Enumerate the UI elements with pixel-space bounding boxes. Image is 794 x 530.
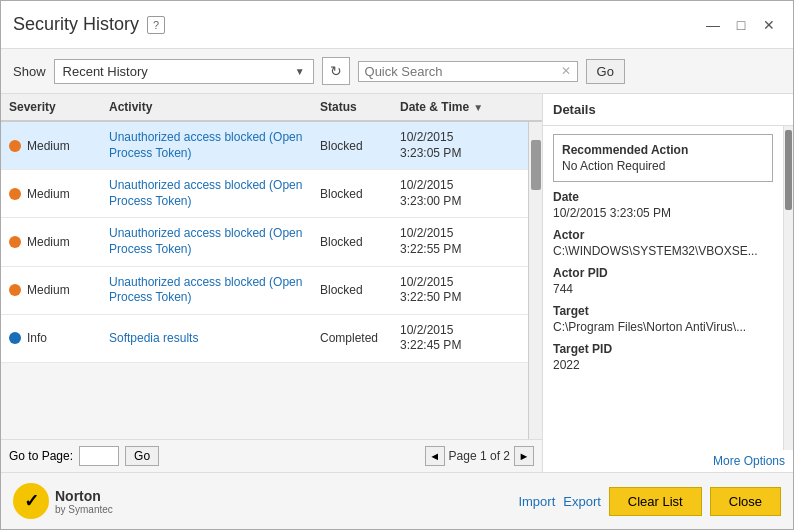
target-section: Target C:\Program Files\Norton AntiVirus… [553, 304, 773, 334]
right-panel: Details Recommended Action No Action Req… [543, 94, 793, 472]
norton-brand: Norton [55, 488, 113, 504]
clear-list-button[interactable]: Clear List [609, 487, 702, 516]
table-header: Severity Activity Status Date & Time ▼ [1, 94, 542, 122]
close-button[interactable]: ✕ [757, 15, 781, 35]
recommended-action-value: No Action Required [562, 159, 764, 173]
toolbar: Show Recent History ▼ ↻ ✕ Go [1, 49, 793, 94]
next-page-button[interactable]: ► [514, 446, 534, 466]
details-content: Recommended Action No Action Required Da… [543, 126, 783, 450]
severity-cell: Medium [9, 187, 109, 201]
help-icon[interactable]: ? [147, 16, 165, 34]
date-value: 10/2/2015 3:23:05 PM [553, 206, 773, 220]
severity-cell: Info [9, 331, 109, 345]
goto-go-button[interactable]: Go [125, 446, 159, 466]
date-label: Date [553, 190, 773, 204]
title-left: Security History ? [13, 14, 165, 35]
severity-label: Info [27, 331, 47, 345]
datetime-cell: 10/2/20153:22:50 PM [400, 275, 520, 306]
page-nav: ◄ Page 1 of 2 ► [425, 446, 534, 466]
datetime-cell: 10/2/20153:22:55 PM [400, 226, 520, 257]
target-pid-value: 2022 [553, 358, 773, 372]
search-input[interactable] [365, 64, 561, 79]
refresh-button[interactable]: ↻ [322, 57, 350, 85]
severity-label: Medium [27, 139, 70, 153]
actor-pid-label: Actor PID [553, 266, 773, 280]
details-scrollbar-thumb [785, 130, 792, 210]
recommended-action-label: Recommended Action [562, 143, 764, 157]
more-options-link[interactable]: More Options [543, 450, 793, 472]
title-bar: Security History ? — □ ✕ [1, 1, 793, 49]
severity-cell: Medium [9, 139, 109, 153]
severity-dot-orange [9, 236, 21, 248]
close-dialog-button[interactable]: Close [710, 487, 781, 516]
table-row[interactable]: Medium Unauthorized access blocked (Open… [1, 218, 528, 266]
maximize-button[interactable]: □ [729, 15, 753, 35]
activity-cell[interactable]: Unauthorized access blocked (Open Proces… [109, 130, 320, 161]
severity-dot-orange [9, 140, 21, 152]
severity-label: Medium [27, 283, 70, 297]
prev-page-button[interactable]: ◄ [425, 446, 445, 466]
export-button[interactable]: Export [563, 494, 601, 509]
status-cell: Blocked [320, 139, 400, 153]
refresh-icon: ↻ [330, 63, 342, 79]
page-info: Page 1 of 2 [449, 449, 510, 463]
search-clear-icon[interactable]: ✕ [561, 64, 571, 78]
table-content: Medium Unauthorized access blocked (Open… [1, 122, 528, 439]
date-section: Date 10/2/2015 3:23:05 PM [553, 190, 773, 220]
activity-cell[interactable]: Unauthorized access blocked (Open Proces… [109, 178, 320, 209]
actor-label: Actor [553, 228, 773, 242]
activity-cell[interactable]: Unauthorized access blocked (Open Proces… [109, 226, 320, 257]
table-wrapper: Medium Unauthorized access blocked (Open… [1, 122, 542, 439]
norton-logo: ✓ Norton by Symantec [13, 483, 113, 519]
chevron-down-icon: ▼ [295, 66, 305, 77]
scrollbar-thumb [531, 140, 541, 190]
severity-dot-orange [9, 284, 21, 296]
goto-label: Go to Page: [9, 449, 73, 463]
severity-label: Medium [27, 235, 70, 249]
actor-pid-section: Actor PID 744 [553, 266, 773, 296]
bottom-actions: Import Export Clear List Close [518, 487, 781, 516]
norton-sub-brand: by Symantec [55, 504, 113, 515]
table-row[interactable]: Medium Unauthorized access blocked (Open… [1, 170, 528, 218]
main-content: Severity Activity Status Date & Time ▼ M… [1, 94, 793, 472]
minimize-button[interactable]: — [701, 15, 725, 35]
norton-shield-icon: ✓ [13, 483, 49, 519]
actor-section: Actor C:\WINDOWS\SYSTEM32\VBOXSE... [553, 228, 773, 258]
severity-label: Medium [27, 187, 70, 201]
table-row[interactable]: Medium Unauthorized access blocked (Open… [1, 122, 528, 170]
details-header: Details [543, 94, 793, 126]
col-datetime[interactable]: Date & Time ▼ [400, 100, 520, 114]
table-row[interactable]: Medium Unauthorized access blocked (Open… [1, 267, 528, 315]
window-title: Security History [13, 14, 139, 35]
datetime-cell: 10/2/20153:23:00 PM [400, 178, 520, 209]
status-cell: Blocked [320, 187, 400, 201]
recommended-action-section: Recommended Action No Action Required [553, 134, 773, 182]
table-scrollbar[interactable] [528, 122, 542, 439]
show-dropdown[interactable]: Recent History ▼ [54, 59, 314, 84]
severity-dot-blue [9, 332, 21, 344]
table-row[interactable]: Info Softpedia results Completed 10/2/20… [1, 315, 528, 363]
norton-text: Norton by Symantec [55, 488, 113, 515]
goto-section: Go to Page: Go [9, 446, 159, 466]
search-go-button[interactable]: Go [586, 59, 625, 84]
datetime-cell: 10/2/20153:22:45 PM [400, 323, 520, 354]
show-dropdown-value: Recent History [63, 64, 148, 79]
severity-cell: Medium [9, 283, 109, 297]
status-cell: Blocked [320, 235, 400, 249]
target-label: Target [553, 304, 773, 318]
col-status: Status [320, 100, 400, 114]
datetime-cell: 10/2/20153:23:05 PM [400, 130, 520, 161]
activity-cell[interactable]: Unauthorized access blocked (Open Proces… [109, 275, 320, 306]
goto-input[interactable] [79, 446, 119, 466]
bottom-bar: ✓ Norton by Symantec Import Export Clear… [1, 472, 793, 529]
import-button[interactable]: Import [518, 494, 555, 509]
col-severity: Severity [9, 100, 109, 114]
window-controls: — □ ✕ [701, 15, 781, 35]
sort-desc-icon: ▼ [473, 102, 483, 113]
actor-pid-value: 744 [553, 282, 773, 296]
left-panel: Severity Activity Status Date & Time ▼ M… [1, 94, 543, 472]
activity-cell[interactable]: Softpedia results [109, 331, 320, 347]
severity-cell: Medium [9, 235, 109, 249]
target-pid-section: Target PID 2022 [553, 342, 773, 372]
details-scrollbar[interactable] [783, 126, 793, 450]
